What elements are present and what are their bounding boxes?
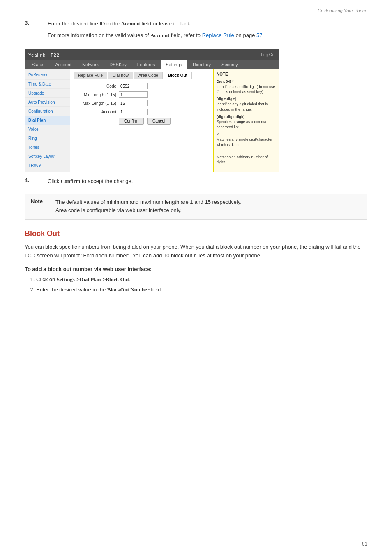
note-line-2: Area code is configurable via web user i… xyxy=(55,206,361,215)
code-input[interactable] xyxy=(119,83,148,89)
sidebar-voice[interactable]: Voice xyxy=(25,125,70,134)
nav-features[interactable]: Features xyxy=(132,60,160,69)
note-line-1: The default values of minimum and maximu… xyxy=(55,198,361,207)
note-box-content: The default values of minimum and maximu… xyxy=(55,198,361,215)
form-buttons: Confirm Cancel xyxy=(119,118,210,125)
code-label: Code xyxy=(74,84,119,88)
max-length-label: Max Length (1-15) xyxy=(74,101,119,106)
sidebar-upgrade[interactable]: Upgrade xyxy=(25,89,70,98)
sidebar-tones[interactable]: Tones xyxy=(25,143,70,152)
sidebar-ring[interactable]: Ring xyxy=(25,134,70,143)
nav-settings[interactable]: Settings xyxy=(161,60,187,69)
tab-area-code[interactable]: Area Code xyxy=(134,72,163,79)
note-entry-1: [digit-digit] Identifies any digit diale… xyxy=(217,97,277,112)
web-ui-navbar: Status Account Network DSSKey Features S… xyxy=(25,60,279,69)
sidebar-dial-plan[interactable]: Dial Plan xyxy=(25,116,70,125)
web-ui-body: Preference Time & Date Upgrade Auto Prov… xyxy=(25,69,279,172)
note-box-label: Note xyxy=(31,198,55,204)
web-ui-sidebar: Preference Time & Date Upgrade Auto Prov… xyxy=(25,69,70,172)
block-out-heading: Block Out xyxy=(25,229,367,238)
nav-account[interactable]: Account xyxy=(50,60,76,69)
web-ui-note-panel: NOTE Digit 0-9 * Identifies a specific d… xyxy=(213,69,279,172)
nav-directory[interactable]: Directory xyxy=(188,60,216,69)
web-ui-main-content: Replace Rule Dial-now Area Code Block Ou… xyxy=(70,69,213,172)
step-4: 4. Click Confirm to accept the change. xyxy=(25,177,367,189)
note-entry-3: x Matches any single digit/character whi… xyxy=(217,132,277,147)
sidebar-softkey-layout[interactable]: Softkey Layout xyxy=(25,152,70,161)
block-out-step-2: Enter the desired value in the BlockOut … xyxy=(36,286,367,294)
logout-text[interactable]: Log Out xyxy=(261,53,276,57)
form-row-code: Code xyxy=(74,83,210,89)
sidebar-preference[interactable]: Preference xyxy=(25,71,70,80)
step-3-number: 3. xyxy=(25,20,36,42)
tab-block-out[interactable]: Block Out xyxy=(164,72,192,79)
yealink-logo: Yealink | T22 xyxy=(28,51,60,58)
tab-replace-rule[interactable]: Replace Rule xyxy=(74,72,107,79)
min-length-label: Min Length (1-15) xyxy=(74,92,119,97)
note-entry-2: [digit-digit,digit] Specifies a range as… xyxy=(217,114,277,130)
note-title: NOTE xyxy=(217,72,277,77)
note-callout-box: Note The default values of minimum and m… xyxy=(25,194,367,220)
sidebar-auto-provision[interactable]: Auto Provision xyxy=(25,98,70,107)
step-3-para2: For more information on the valid values… xyxy=(48,31,264,39)
tab-dial-now[interactable]: Dial-now xyxy=(108,72,133,79)
web-ui-screenshot: Yealink | T22 Log Out Status Account Net… xyxy=(25,49,279,172)
note-entry-4: . Matches an arbitrary number of digits. xyxy=(217,149,277,165)
block-out-para: You can block specific numbers from bein… xyxy=(25,243,367,260)
step-4-text: Click Confirm to accept the change. xyxy=(48,177,133,185)
nav-status[interactable]: Status xyxy=(27,60,49,69)
block-out-section: Block Out You can block specific numbers… xyxy=(25,229,367,294)
confirm-button[interactable]: Confirm xyxy=(119,118,144,125)
form-row-account: Account xyxy=(74,109,210,115)
page-header: Customizing Your Phone xyxy=(25,8,367,13)
block-out-subheading: To add a block out number via web user i… xyxy=(25,266,367,272)
account-input[interactable] xyxy=(119,109,148,115)
cancel-button[interactable]: Cancel xyxy=(147,118,171,125)
account-label: Account xyxy=(74,110,119,114)
sidebar-configuration[interactable]: Configuration xyxy=(25,107,70,116)
step-3-text: Enter the desired line ID in the Account… xyxy=(48,20,264,28)
nav-network[interactable]: Network xyxy=(77,60,104,69)
form-row-min-length: Min Length (1-15) xyxy=(74,91,210,98)
max-length-input[interactable] xyxy=(119,100,148,106)
sidebar-tr069[interactable]: TR069 xyxy=(25,161,70,170)
block-out-step-1: Click on Settings->Dial Plan->Block Out. xyxy=(36,275,367,284)
web-ui-tabs: Replace Rule Dial-now Area Code Block Ou… xyxy=(74,72,210,79)
area-code-form: Code Min Length (1-15) Max Length (1-15)… xyxy=(74,83,210,125)
page-number: 61 xyxy=(362,541,367,547)
sidebar-time-date[interactable]: Time & Date xyxy=(25,80,70,89)
min-length-input[interactable] xyxy=(119,91,148,98)
web-ui-topbar: Yealink | T22 Log Out xyxy=(25,49,279,60)
page-57-link[interactable]: 57 xyxy=(256,32,262,38)
step-3: 3. Enter the desired line ID in the Acco… xyxy=(25,20,367,42)
form-row-max-length: Max Length (1-15) xyxy=(74,100,210,106)
block-out-steps: Click on Settings->Dial Plan->Block Out.… xyxy=(36,275,367,294)
nav-dsskey[interactable]: DSSKey xyxy=(104,60,131,69)
note-entry-0: Digit 0-9 * Identifies a specific digit … xyxy=(217,79,277,95)
nav-security[interactable]: Security xyxy=(217,60,243,69)
step-4-number: 4. xyxy=(25,177,36,189)
replace-rule-link[interactable]: Replace Rule xyxy=(202,32,234,38)
